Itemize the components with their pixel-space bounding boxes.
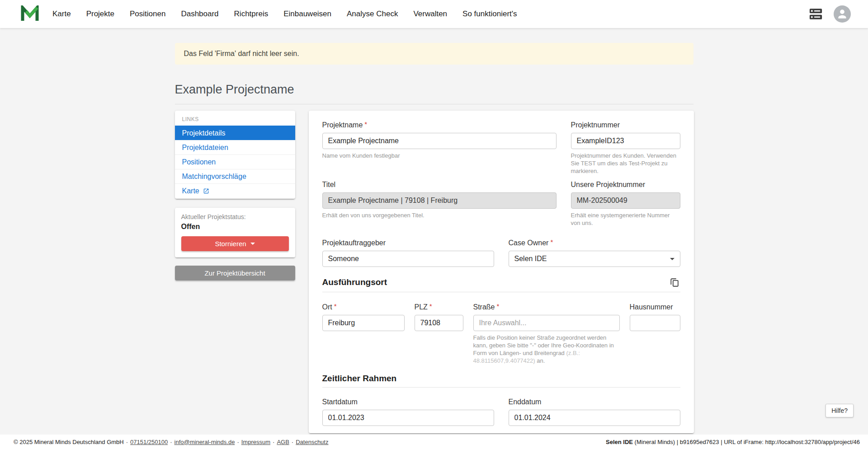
projektnummer-helper: Projektnummer des Kunden. Verwenden Sie …	[571, 152, 680, 175]
footer-separator	[124, 439, 130, 445]
project-status-card: Aktueller Projektstatus: Offen Storniere…	[175, 208, 295, 257]
startdatum-label: Startdatum	[322, 398, 494, 406]
section-ausfuehrungsort-title: Ausführungsort	[322, 277, 387, 287]
strasse-input[interactable]	[473, 315, 620, 331]
hausnummer-input[interactable]	[630, 315, 680, 331]
footer-separator	[168, 439, 174, 445]
form-row-location: Ort PLZ Straße Falls die Posi	[322, 303, 680, 365]
required-asterisk	[363, 121, 367, 129]
case-owner-select[interactable]: Selen IDE	[509, 251, 680, 267]
sidebar-item-projektdetails[interactable]: Projektdetails	[175, 126, 295, 140]
required-asterisk	[428, 303, 432, 311]
plz-label: PLZ	[415, 303, 463, 311]
title-divider	[175, 104, 693, 104]
projektauftraggeber-label: Projektauftraggeber	[322, 239, 494, 247]
titel-label: Titel	[322, 180, 557, 189]
footer-separator	[270, 439, 277, 445]
nav-menu: Karte Projekte Positionen Dashboard Rich…	[52, 9, 517, 19]
nav-item-positionen[interactable]: Positionen	[130, 9, 165, 19]
section-zeitlicher-rahmen-header: Zeitlicher Rahmen	[322, 374, 680, 388]
form-row-titel: Titel Erhält den von uns vorgegebenen Ti…	[322, 180, 680, 227]
projektnummer-label: Projektnummer	[571, 121, 680, 129]
footer: © 2025 Mineral Minds Deutschland GmbH 07…	[0, 435, 868, 449]
nav-item-so-funktionierts[interactable]: So funktioniert's	[462, 9, 517, 19]
footer-separator	[235, 439, 241, 445]
links-header: LINKS	[175, 111, 295, 126]
copy-icon[interactable]	[669, 276, 680, 288]
sidebar-item-projektdateien[interactable]: Projektdateien	[175, 140, 295, 154]
warning-alert-message: Das Feld 'Firma' darf nicht leer sein.	[184, 50, 299, 57]
sidebar-item-positionen[interactable]: Positionen	[175, 154, 295, 169]
sidebar-item-matchingvorschlaege[interactable]: Matchingvorschläge	[175, 169, 295, 183]
nav-right-actions	[809, 5, 851, 23]
sidebar-item-label: Projektdateien	[182, 143, 228, 152]
titel-input	[322, 192, 557, 209]
projektname-input[interactable]	[322, 133, 557, 149]
projektauftraggeber-input[interactable]	[322, 251, 494, 267]
projektnummer-input[interactable]	[571, 133, 680, 149]
plz-input[interactable]	[415, 315, 463, 331]
page-title: Example Projectname	[175, 83, 693, 97]
content-row: LINKS Projektdetails Projektdateien Posi…	[175, 111, 693, 433]
projektname-helper: Name vom Kunden festlegbar	[322, 152, 557, 159]
user-avatar[interactable]	[834, 5, 851, 23]
footer-separator	[289, 439, 296, 445]
sidebar-item-label: Matchingvorschläge	[182, 172, 246, 181]
required-asterisk	[548, 239, 553, 247]
help-button[interactable]: Hilfe?	[826, 404, 854, 417]
external-link-icon	[203, 188, 209, 194]
footer-link-impressum[interactable]: Impressum	[241, 439, 270, 445]
form-row-name-number: Projektname Name vom Kunden festlegbar P…	[322, 121, 680, 175]
brand-logo-icon	[21, 5, 39, 23]
server-icon[interactable]	[809, 8, 823, 20]
sidebar-item-label: Karte	[182, 187, 199, 195]
person-icon	[836, 8, 848, 20]
status-label: Aktueller Projektstatus:	[181, 213, 289, 220]
sidebar-links-card: LINKS Projektdetails Projektdateien Posi…	[175, 111, 295, 199]
footer-link-phone[interactable]: 07151/250100	[130, 439, 168, 445]
status-value: Offen	[181, 223, 289, 231]
required-asterisk	[332, 303, 337, 311]
section-ausfuehrungsort-header: Ausführungsort	[322, 276, 680, 292]
nav-item-karte[interactable]: Karte	[52, 9, 71, 19]
case-owner-label: Case Owner	[509, 239, 680, 247]
unsere-projektnummer-helper: Erhält eine systemgenerierte Nummer von …	[571, 211, 680, 227]
unsere-projektnummer-label: Unsere Projektnummer	[571, 180, 680, 189]
section-zeitlicher-rahmen-title: Zeitlicher Rahmen	[322, 374, 397, 384]
form-row-dates: Startdatum Enddatum	[322, 398, 680, 426]
sidebar-item-karte[interactable]: Karte	[175, 183, 295, 198]
titel-helper: Erhält den von uns vorgegebenen Titel.	[322, 211, 557, 219]
chevron-down-icon	[670, 258, 675, 260]
case-owner-selected-value: Selen IDE	[514, 255, 547, 263]
session-details: (Mineral Minds) | b91695ed7623 | URL of …	[633, 439, 860, 445]
strasse-helper: Falls die Position keiner Straße zugeord…	[473, 334, 620, 365]
nav-item-dashboard[interactable]: Dashboard	[181, 9, 218, 19]
stornieren-button[interactable]: Stornieren	[181, 236, 289, 251]
footer-left: © 2025 Mineral Minds Deutschland GmbH 07…	[14, 439, 328, 445]
nav-item-projekte[interactable]: Projekte	[86, 9, 114, 19]
top-navigation: Karte Projekte Positionen Dashboard Rich…	[0, 0, 868, 28]
enddatum-input[interactable]	[509, 410, 680, 426]
sidebar: LINKS Projektdetails Projektdateien Posi…	[175, 111, 295, 281]
ort-label: Ort	[322, 303, 405, 311]
nav-item-richtpreis[interactable]: Richtpreis	[234, 9, 269, 19]
sidebar-item-label: Projektdetails	[182, 129, 226, 137]
project-details-card: Projektname Name vom Kunden festlegbar P…	[309, 111, 694, 433]
brand-logo[interactable]	[21, 5, 40, 23]
session-info: Selen IDE (Mineral Minds) | b91695ed7623…	[606, 439, 860, 445]
page-container: Das Feld 'Firma' darf nicht leer sein. E…	[175, 43, 693, 433]
nav-item-verwalten[interactable]: Verwalten	[413, 9, 447, 19]
startdatum-input[interactable]	[322, 410, 494, 426]
nav-item-analyse-check[interactable]: Analyse Check	[347, 9, 398, 19]
stornieren-button-label: Stornieren	[215, 240, 246, 248]
footer-link-agb[interactable]: AGB	[277, 439, 289, 445]
footer-link-email[interactable]: info@mineral-minds.de	[175, 439, 235, 445]
unsere-projektnummer-input	[571, 192, 680, 209]
strasse-label: Straße	[473, 303, 620, 311]
footer-link-datenschutz[interactable]: Datenschutz	[296, 439, 328, 445]
ort-input[interactable]	[322, 315, 405, 331]
project-overview-button[interactable]: Zur Projektübersicht	[175, 266, 295, 281]
copyright-text: © 2025 Mineral Minds Deutschland GmbH	[14, 439, 124, 445]
hausnummer-label: Hausnummer	[630, 303, 680, 311]
nav-item-einbauweisen[interactable]: Einbauweisen	[283, 9, 331, 19]
